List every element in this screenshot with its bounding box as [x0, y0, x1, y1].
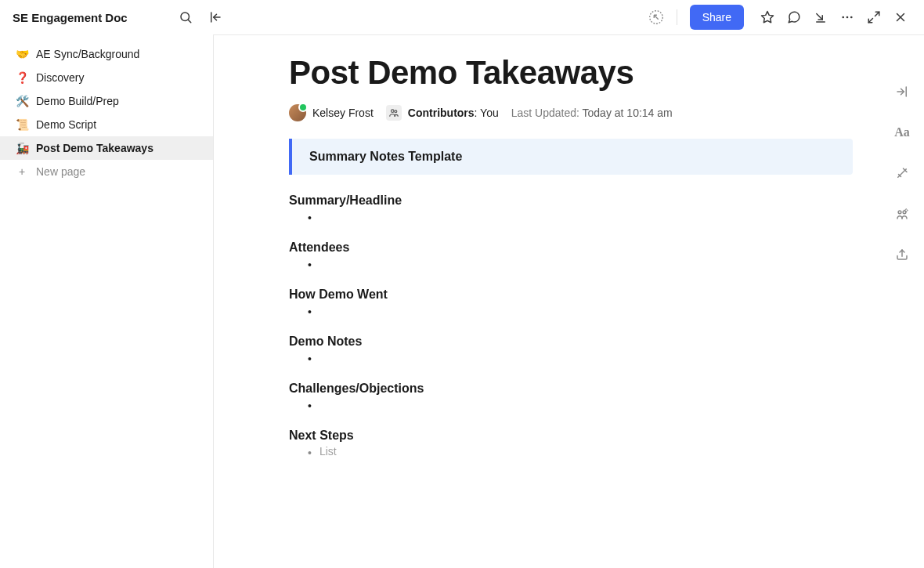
bullet-icon: • [308, 351, 312, 367]
sidebar-item-demo-script[interactable]: 📜 Demo Script [0, 113, 213, 136]
sidebar-item-label: Demo Build/Prep [36, 95, 119, 107]
sidebar-new-page[interactable]: + New page [0, 160, 213, 183]
last-updated-value: Today at 10:14 am [583, 107, 673, 119]
doc-body[interactable]: Summary/Headline • Attendees • How Demo … [289, 194, 880, 463]
sidebar-item-label: New page [36, 165, 85, 178]
export-icon[interactable] [890, 242, 915, 267]
bullet-item[interactable]: • [289, 208, 880, 228]
svg-point-0 [181, 13, 189, 21]
expand-icon[interactable] [863, 6, 885, 28]
contributors-block[interactable]: Contributors: You [386, 105, 499, 121]
section-heading[interactable]: Summary/Headline [289, 194, 880, 208]
svg-point-10 [850, 16, 853, 19]
owner-name: Kelsey Frost [312, 107, 374, 119]
topbar: SE Engagement Doc Share [0, 0, 924, 34]
document: Post Demo Takeaways Kelsey Frost Contrib… [214, 35, 880, 568]
section-heading[interactable]: Attendees [289, 241, 880, 255]
svg-point-15 [391, 110, 394, 113]
bullet-item[interactable]: • [289, 302, 880, 322]
scroll-icon: 📜 [16, 118, 28, 131]
collapse-right-icon[interactable] [890, 79, 915, 104]
last-updated: Last Updated: Today at 10:14 am [511, 107, 673, 119]
share-button[interactable]: Share [690, 5, 744, 30]
tag-icon[interactable] [645, 6, 667, 28]
last-updated-label: Last Updated: [511, 107, 579, 119]
workspace-title[interactable]: SE Engagement Doc [13, 11, 167, 24]
collapse-sidebar-icon[interactable] [204, 6, 226, 28]
bullet-item[interactable]: • List [289, 443, 880, 463]
sidebar-item-discovery[interactable]: ❓ Discovery [0, 66, 213, 89]
svg-line-12 [868, 19, 872, 23]
topbar-right: Share [645, 5, 911, 30]
right-rail: Aa [880, 35, 924, 568]
section-heading[interactable]: Next Steps [289, 429, 880, 443]
section-heading[interactable]: How Demo Went [289, 288, 880, 302]
sidebar-item-ae-sync[interactable]: 🤝 AE Sync/Background [0, 42, 213, 66]
owner-block[interactable]: Kelsey Frost [289, 104, 374, 121]
divider [677, 9, 677, 25]
svg-point-16 [395, 110, 397, 113]
question-icon: ❓ [16, 71, 28, 84]
sidebar-item-label: Post Demo Takeaways [36, 142, 153, 154]
svg-line-11 [875, 12, 879, 16]
download-icon[interactable] [810, 6, 832, 28]
svg-marker-5 [762, 12, 774, 23]
more-icon[interactable] [836, 6, 858, 28]
handshake-icon: 🤝 [16, 48, 28, 60]
bullet-text: List [319, 445, 337, 458]
bullet-icon: • [308, 304, 312, 320]
main: 🤝 AE Sync/Background ❓ Discovery 🛠️ Demo… [0, 34, 924, 568]
avatar [289, 104, 306, 121]
star-icon[interactable] [756, 6, 778, 28]
bullet-item[interactable]: • [289, 349, 880, 369]
train-icon: 🚂 [16, 142, 28, 154]
bullet-icon: • [308, 445, 312, 461]
sidebar-item-label: AE Sync/Background [36, 48, 139, 60]
bullet-item[interactable]: • [289, 255, 880, 275]
section-heading[interactable]: Demo Notes [289, 335, 880, 349]
contributors-icon [386, 105, 402, 121]
bullet-icon: • [308, 257, 312, 273]
sidebar-item-label: Discovery [36, 71, 84, 84]
bullet-item[interactable]: • [289, 396, 880, 416]
svg-point-19 [898, 211, 901, 214]
callout-summary-template[interactable]: Summary Notes Template [289, 139, 853, 175]
typography-icon[interactable]: Aa [890, 120, 915, 145]
svg-line-6 [817, 14, 823, 20]
doc-meta: Kelsey Frost Contributors: You Last Upda… [289, 104, 880, 121]
section-heading[interactable]: Challenges/Objections [289, 382, 880, 396]
bullet-icon: • [308, 210, 312, 226]
sidebar: 🤝 AE Sync/Background ❓ Discovery 🛠️ Demo… [0, 34, 214, 568]
close-icon[interactable] [890, 6, 911, 28]
contributors-label: Contributors: You [408, 107, 499, 119]
page-title[interactable]: Post Demo Takeaways [289, 54, 880, 92]
comment-icon[interactable] [783, 6, 805, 28]
svg-line-1 [188, 20, 190, 22]
ai-icon[interactable] [890, 161, 915, 186]
tools-icon: 🛠️ [16, 95, 28, 107]
sidebar-item-label: Demo Script [36, 118, 96, 131]
svg-point-9 [846, 16, 849, 19]
content-area: Post Demo Takeaways Kelsey Frost Contrib… [214, 34, 924, 568]
sidebar-item-demo-build[interactable]: 🛠️ Demo Build/Prep [0, 89, 213, 113]
topbar-left: SE Engagement Doc [13, 6, 226, 28]
search-icon[interactable] [175, 6, 197, 28]
sidebar-item-post-demo[interactable]: 🚂 Post Demo Takeaways [0, 136, 213, 160]
bullet-icon: • [308, 398, 312, 414]
automation-icon[interactable] [890, 201, 915, 226]
plus-icon: + [16, 165, 28, 178]
svg-point-8 [842, 16, 844, 19]
